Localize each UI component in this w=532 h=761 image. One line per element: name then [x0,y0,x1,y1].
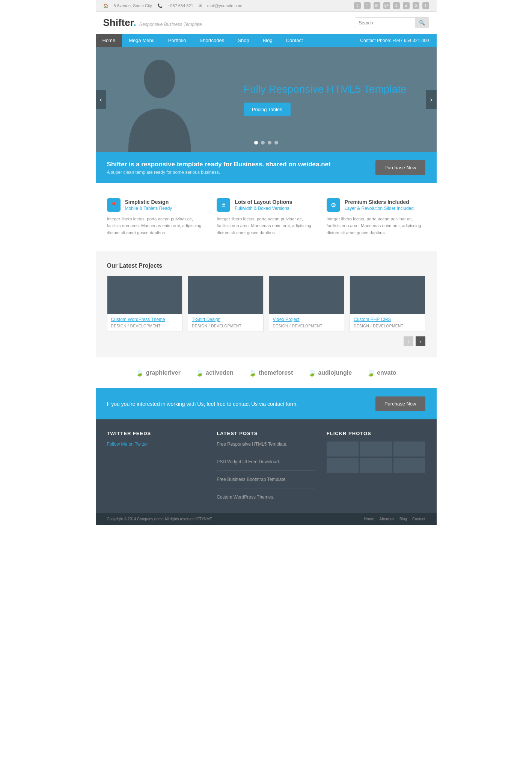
facebook-icon[interactable]: f [364,2,371,9]
post-link-1[interactable]: Free Responsive HTML5 Template. [217,442,315,447]
footer-link-contact[interactable]: Contact [412,517,425,521]
nav-item-shop[interactable]: Shop [231,34,256,47]
envato-icon: 🍃 [367,369,375,377]
project-category-2: DESIGN / DEVELOPMENT [192,324,241,328]
linkedin-icon[interactable]: in [374,2,380,9]
partner-activeden: 🍃 activeden [196,369,234,377]
cta-text: Shifter is a responsive template ready f… [107,161,331,175]
flickr-item-1[interactable] [327,442,359,457]
partner-graphicriver: 🍃 graphicriver [136,369,180,377]
footer-link-blog[interactable]: Blog [399,517,407,521]
footer-bottom-links: Home About us Blog Contact [364,517,425,521]
project-link-3[interactable]: Video Project [273,317,341,322]
feature-item-1: 📍 Simplistic Design Mobile & Tablets Rea… [107,198,206,236]
cta-subtext: A super clean template ready for some se… [107,170,331,175]
phone-icon: 📞 [157,3,163,8]
twitter-follow-link[interactable]: Follow Me on Twitter [107,442,206,447]
project-link-2[interactable]: T-Shirt Design [192,317,259,322]
post-link-2[interactable]: PSD Widget UI Free Download. [217,459,315,464]
social-icons: t f in g+ s w p t [354,2,429,9]
post-divider-2 [217,470,315,471]
tumblr-icon[interactable]: t [422,2,429,9]
feature-desc-1: Integer libero lectus, porta acean pulvi… [107,215,206,236]
feature-desc-2: Integer libero lectus, porta acean pulvi… [217,215,315,236]
project-img-2 [188,276,263,314]
post-link-3[interactable]: Free Business Bootstrap Template. [217,477,315,482]
cta2-purchase-button[interactable]: Purchase Now [375,396,425,411]
hero-dot-4[interactable] [274,141,278,145]
project-img-3 [269,276,344,314]
nav-item-blog[interactable]: Blog [256,34,279,47]
nav-item-portfolio[interactable]: Portfolio [161,34,193,47]
footer-link-about[interactable]: About us [380,517,394,521]
nav-item-mega-menu[interactable]: Mega Menu [122,34,161,47]
projects-prev-button[interactable]: ‹ [404,336,413,346]
project-link-4[interactable]: Custom PHP CMS [354,317,421,322]
post-divider-3 [217,488,315,488]
top-bar: 🏠 5 Avenue, Some City 📞 +987 654 321 ✉ m… [96,0,437,12]
feature-title-2: Lots of Layout Options [235,199,292,205]
project-info-3: Video Project DESIGN / DEVELOPMENT [269,314,344,332]
hero-section: Fully Responsive HTML5 Template Pricing … [96,47,437,152]
feature-title-group-2: Lots of Layout Options Fullwidth & Boxed… [235,199,292,211]
hero-next-arrow[interactable]: › [426,90,437,109]
feature-title-3: Premium Sliders Included [345,199,414,205]
googleplus-icon[interactable]: g+ [383,2,390,9]
flickr-item-6[interactable] [393,458,425,473]
footer-link-home[interactable]: Home [364,517,374,521]
projects-next-button[interactable]: › [416,336,425,346]
hero-dot-2[interactable] [261,141,265,145]
main-nav: Home Mega Menu Portfolio Shortcodes Shop… [96,34,437,47]
hero-cta-button[interactable]: Pricing Tables [244,103,291,116]
site-header: Shifter. Responsive Business Template 🔍 [96,12,437,34]
svg-point-0 [144,60,175,98]
partners-section: 🍃 graphicriver 🍃 activeden 🍃 themeforest… [96,357,437,388]
project-category-1: DESIGN / DEVELOPMENT [111,324,161,328]
partner-envato: 🍃 envato [367,369,396,377]
hero-dot-1[interactable] [254,141,258,145]
project-item-4: Custom PHP CMS DESIGN / DEVELOPMENT [350,276,425,332]
logo-name: Shifter. [103,17,136,29]
projects-nav: ‹ › [107,336,425,346]
skype-icon[interactable]: s [393,2,400,9]
flickr-item-5[interactable] [360,458,392,473]
project-category-4: DESIGN / DEVELOPMENT [354,324,403,328]
projects-grid: Custom WordPress Theme DESIGN / DEVELOPM… [107,276,425,332]
search-button[interactable]: 🔍 [415,18,429,28]
graphicriver-icon: 🍃 [136,369,144,377]
hero-dot-3[interactable] [268,141,271,145]
cta-purchase-button[interactable]: Purchase Now [375,160,425,175]
project-item-3: Video Project DESIGN / DEVELOPMENT [269,276,345,332]
project-category-3: DESIGN / DEVELOPMENT [273,324,323,328]
footer-flickr-title: FLICKR PHOTOS [327,431,425,436]
hero-prev-arrow[interactable]: ‹ [96,90,106,109]
nav-item-shortcodes[interactable]: Shortcodes [193,34,231,47]
flickr-item-3[interactable] [393,442,425,457]
partner-audiojungle: 🍃 audiojungle [308,369,352,377]
project-info-2: T-Shirt Design DESIGN / DEVELOPMENT [188,314,263,332]
flickr-grid [327,442,425,473]
footer-bottom: Copyright © 2014 Company name All rights… [96,513,437,525]
flickr-item-4[interactable] [327,458,359,473]
envato-label: envato [377,369,396,376]
pinterest-icon[interactable]: p [413,2,419,9]
hero-silhouette [118,54,201,152]
search-input[interactable] [355,18,415,28]
themeforest-icon: 🍃 [249,369,257,377]
partner-themeforest: 🍃 themeforest [249,369,293,377]
flickr-item-2[interactable] [360,442,392,457]
twitter-icon[interactable]: t [354,2,361,9]
nav-item-home[interactable]: Home [96,34,122,47]
nav-item-contact[interactable]: Contact [279,34,310,47]
wordpress-icon[interactable]: w [403,2,410,9]
features-section: 📍 Simplistic Design Mobile & Tablets Rea… [96,183,437,251]
footer-twitter-title: TWITTER FEEDS [107,431,206,436]
search-box: 🔍 [355,17,429,28]
footer-twitter: TWITTER FEEDS Follow Me on Twitter [107,431,206,502]
features-grid: 📍 Simplistic Design Mobile & Tablets Rea… [107,198,425,236]
project-img-4 [350,276,425,314]
project-link-1[interactable]: Custom WordPress Theme [111,317,179,322]
activeden-label: activeden [206,369,234,376]
post-link-4[interactable]: Custom WordPress Themes. [217,494,315,500]
footer-grid: TWITTER FEEDS Follow Me on Twitter LATES… [107,431,425,502]
